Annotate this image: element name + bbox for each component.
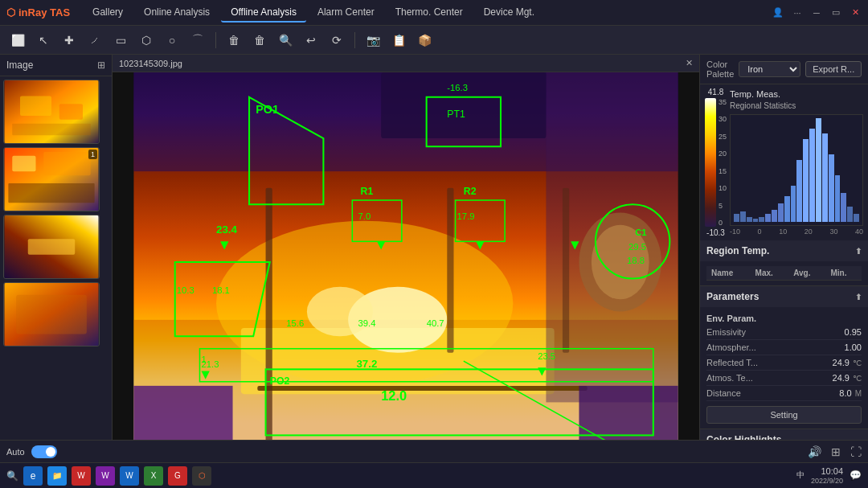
svg-text:18.8: 18.8 xyxy=(627,256,645,265)
hist-x-axis: -10 0 10 20 30 40 xyxy=(730,226,863,237)
hist-bar xyxy=(734,214,739,222)
thumb-badge-2: 1 xyxy=(88,150,97,159)
taskbar-app1[interactable]: W xyxy=(72,466,91,486)
close-btn[interactable]: ✕ xyxy=(849,6,862,19)
nav-alarm-center[interactable]: Alarm Center xyxy=(308,3,384,23)
right-panel: Color Palette Iron Rainbow Gray Hot Cold… xyxy=(699,55,868,488)
tool-arc[interactable]: ⌒ xyxy=(186,29,209,51)
svg-text:17.9: 17.9 xyxy=(457,211,475,221)
param-distance: Distance 8.0 M xyxy=(706,386,862,401)
tool-select[interactable]: ↖ xyxy=(32,29,55,51)
minimize-btn[interactable]: ─ xyxy=(810,6,823,19)
tool-undo[interactable]: ↩ xyxy=(300,29,322,51)
tool-delete[interactable]: 🗑 xyxy=(223,29,245,51)
hist-bar xyxy=(765,214,771,222)
start-search[interactable]: 🔍 xyxy=(6,470,18,482)
image-filename: 1023145309.jpg xyxy=(119,59,182,68)
nav-device-mgt[interactable]: Device Mgt. xyxy=(474,3,544,23)
taskbar-app3[interactable]: W xyxy=(120,466,139,486)
tool-new[interactable]: ⬜ xyxy=(6,29,29,51)
tool-camera[interactable]: 📷 xyxy=(362,29,384,51)
taskbar-lang: 中 xyxy=(796,470,805,481)
image-close-btn[interactable]: ✕ xyxy=(686,58,693,68)
tool-reset[interactable]: ⟳ xyxy=(326,29,348,51)
svg-text:10.3: 10.3 xyxy=(177,285,194,295)
toolbar: ⬜ ↖ ✚ ⟋ ▭ ⬡ ○ ⌒ 🗑 🗑 🔍 ↩ ⟳ 📷 📋 📦 xyxy=(0,26,868,55)
hist-bar xyxy=(829,154,834,222)
panel-add-btn[interactable]: ⊞ xyxy=(97,59,105,71)
scale-max: 41.8 xyxy=(708,88,723,96)
taskbar-time-block: 10:04 2022/9/20 xyxy=(811,466,843,486)
nav-menu: Gallery Online Analysis Offline Analysis… xyxy=(83,3,772,23)
hist-bar xyxy=(778,203,784,222)
params-collapse-icon[interactable]: ⬆ xyxy=(855,293,862,301)
taskbar-notification[interactable]: 💬 xyxy=(850,470,862,481)
taskbar-date: 2022/9/20 xyxy=(811,477,843,486)
tool-delete2[interactable]: 🗑 xyxy=(248,29,271,51)
hist-bar xyxy=(784,196,790,222)
param-atmos-temp: Atmos. Te... 24.9 ℃ xyxy=(706,371,862,386)
tool-ellipse[interactable]: ○ xyxy=(161,29,183,51)
nav-thermo-center[interactable]: Thermo. Center xyxy=(386,3,473,23)
histogram xyxy=(730,114,863,226)
col-avg: Avg. xyxy=(788,266,825,281)
taskbar-explorer[interactable]: 📁 xyxy=(47,466,67,486)
tool-rect[interactable]: ▭ xyxy=(109,29,132,51)
grid-icon[interactable]: ⊞ xyxy=(831,445,841,458)
image-thumb-1[interactable] xyxy=(3,80,100,144)
hist-bar xyxy=(835,175,841,222)
nav-gallery[interactable]: Gallery xyxy=(83,3,133,23)
svg-rect-1 xyxy=(20,96,51,116)
region-temp-header[interactable]: Region Temp. ⬆ xyxy=(700,240,868,261)
nav-offline-analysis[interactable]: Offline Analysis xyxy=(221,3,306,23)
hist-bar xyxy=(772,210,777,222)
tool-poly[interactable]: ⬡ xyxy=(135,29,158,51)
nav-online-analysis[interactable]: Online Analysis xyxy=(134,3,219,23)
center-panel: 1023145309.jpg ✕ xyxy=(113,55,699,488)
tool-3d[interactable]: 📦 xyxy=(413,29,436,51)
svg-text:R1: R1 xyxy=(361,186,374,197)
image-thumb-2[interactable]: 1 xyxy=(3,147,100,211)
svg-rect-20 xyxy=(257,386,587,391)
parameters-title: Parameters xyxy=(706,291,759,302)
svg-text:40.7: 40.7 xyxy=(427,318,444,328)
maximize-btn[interactable]: ▭ xyxy=(829,6,842,19)
parameters-header[interactable]: Parameters ⬆ xyxy=(700,286,868,307)
export-button[interactable]: Export R... xyxy=(805,61,862,77)
tool-add[interactable]: ✚ xyxy=(58,29,80,51)
taskbar-app2[interactable]: W xyxy=(96,466,115,486)
image-thumb-3[interactable] xyxy=(3,215,100,279)
more-btn[interactable]: ··· xyxy=(791,6,804,19)
title-bar: ⬡ inRay TAS Gallery Online Analysis Offl… xyxy=(0,0,868,26)
svg-text:12.0: 12.0 xyxy=(381,388,407,403)
fullscreen-icon[interactable]: ⛶ xyxy=(850,445,862,458)
taskbar-app4[interactable]: G xyxy=(168,466,187,486)
image-thumb-4[interactable] xyxy=(3,282,100,347)
scale-min: -10.3 xyxy=(706,228,725,237)
svg-text:-16.3: -16.3 xyxy=(447,83,468,92)
taskbar-excel[interactable]: X xyxy=(144,466,163,486)
sound-icon[interactable]: 🔊 xyxy=(808,445,821,458)
svg-text:23.5: 23.5 xyxy=(538,351,555,361)
svg-rect-6 xyxy=(43,152,91,175)
tool-copy[interactable]: 📋 xyxy=(387,29,410,51)
collapse-icon[interactable]: ⬆ xyxy=(855,247,862,256)
taskbar-inray[interactable]: ⬡ xyxy=(192,466,211,486)
param-atmosphere: Atmospher... 1.00 xyxy=(706,340,862,355)
tool-zoom[interactable]: 🔍 xyxy=(274,29,297,51)
hist-bar xyxy=(803,139,809,222)
tool-line[interactable]: ⟋ xyxy=(84,29,106,51)
thermal-image[interactable]: PO1 -16.3 PT1 R1 7.0 R2 17.9 C1 29.5 18.… xyxy=(113,72,699,485)
svg-rect-23 xyxy=(447,188,453,353)
taskbar-edge[interactable]: e xyxy=(23,466,43,486)
setting-button[interactable]: Setting xyxy=(706,406,862,424)
svg-text:PO1: PO1 xyxy=(256,103,279,116)
user-icon[interactable]: 👤 xyxy=(772,6,784,19)
color-palette-select[interactable]: Iron Rainbow Gray Hot Cold xyxy=(739,61,800,77)
region-table: Name Max. Avg. Min. xyxy=(706,266,862,281)
panel-header: Image ⊞ xyxy=(0,55,112,76)
bottom-bar: Auto 🔊 ⊞ ⛶ xyxy=(0,440,868,462)
left-panel: Image ⊞ xyxy=(0,55,113,488)
svg-rect-2 xyxy=(59,104,83,120)
auto-toggle[interactable] xyxy=(31,445,57,458)
